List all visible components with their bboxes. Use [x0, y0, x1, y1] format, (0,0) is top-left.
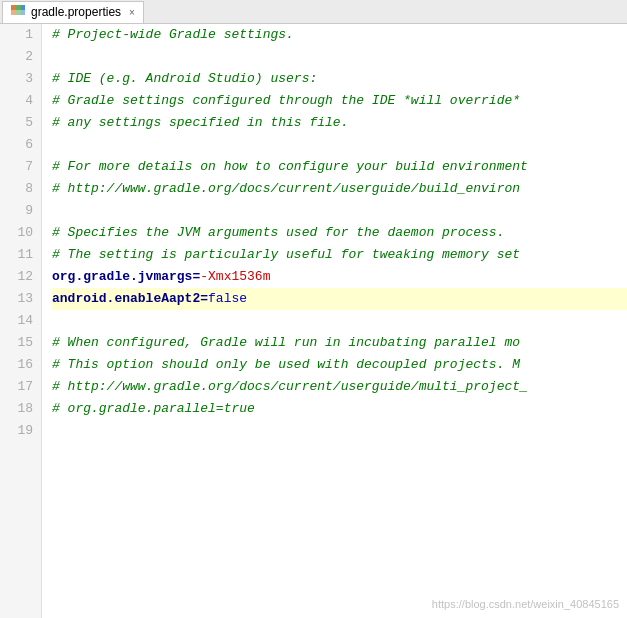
line-num-14: 14: [0, 310, 41, 332]
line-num-8: 8: [0, 178, 41, 200]
line-num-11: 11: [0, 244, 41, 266]
line-8: # http://www.gradle.org/docs/current/use…: [52, 178, 627, 200]
line-3: # IDE (e.g. Android Studio) users:: [52, 68, 627, 90]
svg-rect-4: [21, 5, 25, 10]
line-numbers: 1 2 3 4 5 6 7 8 9 10 11 12 13 14 15 16 1…: [0, 24, 42, 618]
line-num-5: 5: [0, 112, 41, 134]
code-lines: # Project-wide Gradle settings. # IDE (e…: [42, 24, 627, 442]
line-4: # Gradle settings configured through the…: [52, 90, 627, 112]
line-12: org.gradle.jvmargs=-Xmx1536m: [52, 266, 627, 288]
line-1: # Project-wide Gradle settings.: [52, 24, 627, 46]
line-num-17: 17: [0, 376, 41, 398]
line-num-13: 13: [0, 288, 41, 310]
line-11: # The setting is particularly useful for…: [52, 244, 627, 266]
line-num-2: 2: [0, 46, 41, 68]
line-num-12: 12: [0, 266, 41, 288]
line-16: # This option should only be used with d…: [52, 354, 627, 376]
svg-rect-1: [11, 10, 16, 15]
svg-rect-2: [16, 5, 21, 10]
line-num-6: 6: [0, 134, 41, 156]
tab-bar: gradle.properties ×: [0, 0, 627, 24]
line-17: # http://www.gradle.org/docs/current/use…: [52, 376, 627, 398]
line-13: android.enableAapt2=false: [52, 288, 627, 310]
line-num-3: 3: [0, 68, 41, 90]
tab-label: gradle.properties: [31, 5, 121, 19]
svg-rect-3: [16, 10, 21, 15]
close-icon[interactable]: ×: [129, 7, 135, 18]
line-5: # any settings specified in this file.: [52, 112, 627, 134]
line-num-19: 19: [0, 420, 41, 442]
line-num-15: 15: [0, 332, 41, 354]
editor-area: 1 2 3 4 5 6 7 8 9 10 11 12 13 14 15 16 1…: [0, 24, 627, 618]
code-content: # Project-wide Gradle settings. # IDE (e…: [42, 24, 627, 618]
gradle-icon: [11, 5, 25, 19]
line-num-16: 16: [0, 354, 41, 376]
line-18: # org.gradle.parallel=true: [52, 398, 627, 420]
line-num-7: 7: [0, 156, 41, 178]
line-9: [52, 200, 627, 222]
line-num-18: 18: [0, 398, 41, 420]
line-6: [52, 134, 627, 156]
line-19: [52, 420, 627, 442]
line-2: [52, 46, 627, 68]
line-15: # When configured, Gradle will run in in…: [52, 332, 627, 354]
line-num-9: 9: [0, 200, 41, 222]
svg-rect-0: [11, 5, 16, 10]
line-num-4: 4: [0, 90, 41, 112]
line-10: # Specifies the JVM arguments used for t…: [52, 222, 627, 244]
line-num-10: 10: [0, 222, 41, 244]
line-num-1: 1: [0, 24, 41, 46]
tab-gradle-properties[interactable]: gradle.properties ×: [2, 1, 144, 23]
svg-rect-5: [21, 10, 25, 15]
line-14: [52, 310, 627, 332]
line-7: # For more details on how to configure y…: [52, 156, 627, 178]
